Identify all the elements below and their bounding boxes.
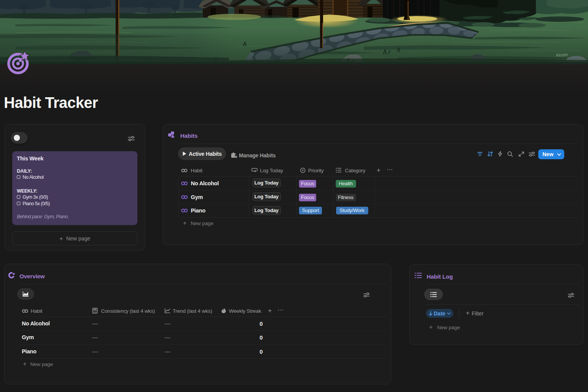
svg-text:Kestin: Kestin bbox=[556, 52, 568, 57]
